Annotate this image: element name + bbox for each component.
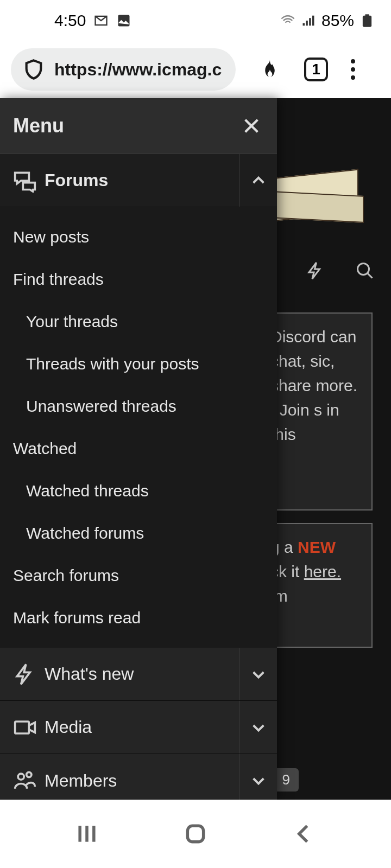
notice-text: Discord can chat, sic, share more. ! Joi… [270, 328, 357, 443]
item-watched-forums[interactable]: Watched forums [0, 512, 277, 554]
item-new-posts[interactable]: New posts [0, 216, 277, 258]
members-toggle[interactable] [239, 754, 277, 800]
section-forums[interactable]: Forums [0, 154, 277, 207]
status-left: 4:50 [54, 11, 131, 30]
signal-icon [301, 13, 316, 28]
whats-new-label: What's new [45, 664, 134, 684]
chevron-down-icon [250, 666, 267, 683]
section-whats-new[interactable]: What's new [0, 648, 277, 701]
browser-bar: https://www.icmag.c 1 [0, 41, 391, 98]
wifi-icon [280, 13, 295, 28]
drawer-title: Menu [13, 114, 64, 137]
item-threads-with-posts[interactable]: Threads with your posts [0, 343, 277, 385]
gmail-icon [93, 13, 109, 28]
site-banner [266, 163, 375, 228]
new-label: NEW [298, 538, 336, 556]
system-navbar [0, 800, 391, 868]
recents-button[interactable] [75, 822, 99, 846]
section-members[interactable]: Members [0, 754, 277, 800]
menu-icon[interactable] [351, 59, 355, 80]
close-icon[interactable] [242, 117, 261, 135]
menu-drawer: Menu Forums New posts Find threads Your … [0, 98, 277, 800]
item-find-threads[interactable]: Find threads [0, 258, 277, 301]
battery-icon [360, 13, 375, 28]
status-bar: 4:50 85% [0, 0, 391, 41]
svg-rect-6 [15, 722, 29, 733]
item-your-threads[interactable]: Your threads [0, 301, 277, 343]
chevron-down-icon [250, 719, 267, 736]
home-button[interactable] [184, 822, 207, 846]
tab-count-value: 1 [312, 61, 320, 78]
drawer-header: Menu [0, 98, 277, 154]
svg-rect-1 [363, 15, 371, 27]
chevron-up-icon [250, 172, 267, 189]
forums-label: Forums [45, 170, 108, 190]
battery-percent: 85% [321, 11, 354, 30]
svg-rect-2 [365, 14, 369, 16]
url-text: https://www.icmag.c [54, 60, 222, 80]
forums-toggle[interactable] [239, 154, 277, 207]
item-mark-read[interactable]: Mark forums read [0, 597, 277, 639]
bolt-icon [13, 662, 37, 686]
shield-icon [23, 59, 45, 80]
tab-count[interactable]: 1 [304, 58, 328, 81]
clock: 4:50 [54, 11, 86, 30]
forums-items: New posts Find threads Your threads Thre… [0, 207, 277, 648]
whats-new-toggle[interactable] [239, 648, 277, 700]
chevron-down-icon [250, 772, 267, 789]
svg-point-7 [18, 774, 24, 780]
item-watched-threads[interactable]: Watched threads [0, 470, 277, 512]
flame-icon[interactable] [258, 58, 281, 81]
url-bar[interactable]: https://www.icmag.c [11, 48, 236, 91]
media-icon [13, 716, 37, 739]
svg-point-8 [27, 772, 31, 777]
status-right: 85% [280, 11, 375, 30]
svg-point-3 [358, 264, 369, 275]
header-icons [306, 261, 375, 280]
item-search-forums[interactable]: Search forums [0, 554, 277, 597]
search-icon[interactable] [355, 261, 375, 280]
media-toggle[interactable] [239, 701, 277, 754]
members-label: Members [45, 771, 117, 791]
count-badge: 9 [274, 768, 299, 792]
bolt-icon[interactable] [306, 261, 325, 280]
media-label: Media [45, 717, 92, 737]
browser-actions: 1 [258, 58, 355, 81]
section-media[interactable]: Media [0, 701, 277, 754]
svg-rect-0 [118, 15, 130, 26]
forums-icon [13, 169, 37, 193]
svg-rect-12 [187, 826, 203, 841]
item-unanswered[interactable]: Unanswered threads [0, 385, 277, 427]
item-watched[interactable]: Watched [0, 427, 277, 470]
here-link[interactable]: here. [304, 563, 341, 580]
image-icon [116, 13, 131, 28]
back-button[interactable] [292, 822, 316, 846]
members-icon [13, 769, 37, 793]
